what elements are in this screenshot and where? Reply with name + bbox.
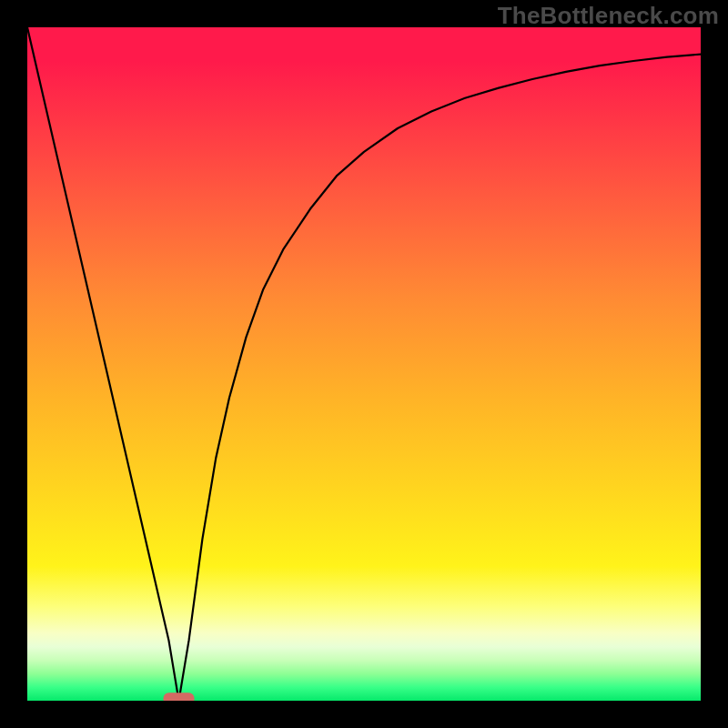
- plot-area: [27, 27, 701, 701]
- watermark-text: TheBottleneck.com: [498, 2, 719, 30]
- chart-frame: TheBottleneck.com: [0, 0, 728, 728]
- optimum-marker: [164, 693, 195, 701]
- chart-overlay: [27, 27, 701, 701]
- bottleneck-curve: [27, 27, 701, 701]
